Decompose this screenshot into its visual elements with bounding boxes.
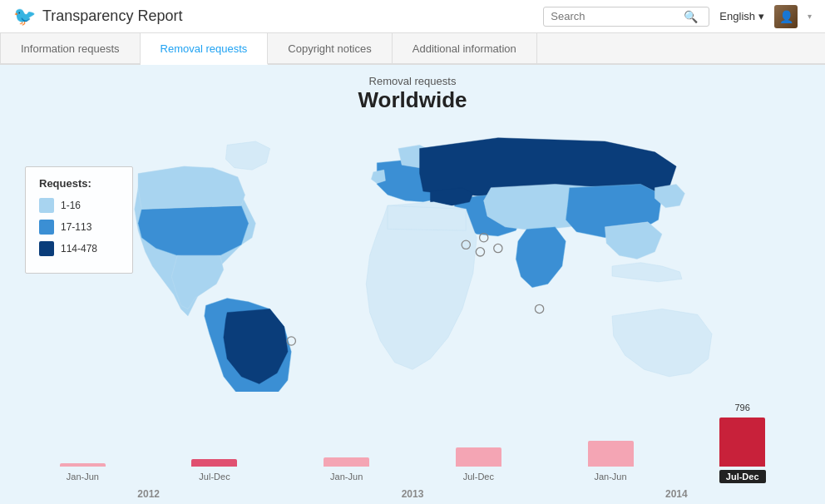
bar-wrapper xyxy=(412,400,545,467)
legend-label-low: 1-16 xyxy=(61,200,81,211)
bar-value-label: 796 xyxy=(734,403,749,413)
period-cell[interactable]: Jan-Jun xyxy=(17,468,149,483)
chart-section: 796 Jan-JunJul-DecJan-JunJul-DecJan-JunJ… xyxy=(0,392,825,504)
chart-bar[interactable] xyxy=(456,447,501,467)
avatar-icon: 👤 xyxy=(779,10,793,23)
bar-wrapper: 796 xyxy=(676,400,808,467)
period-cell[interactable]: Jan-Jun xyxy=(280,468,412,483)
user-avatar[interactable]: 👤 xyxy=(774,5,798,28)
legend-label-mid: 17-113 xyxy=(61,221,91,233)
period-cell[interactable]: Jul-Dec xyxy=(149,468,281,483)
legend-title: Requests: xyxy=(39,177,119,190)
chart-bar[interactable] xyxy=(324,457,369,467)
language-selector[interactable]: English ▾ xyxy=(719,10,764,22)
period-label: Jan-Jun xyxy=(594,472,626,482)
period-label: Jul-Dec xyxy=(199,472,230,482)
chart-group[interactable] xyxy=(149,400,281,467)
twitter-icon: 🐦 xyxy=(13,6,36,27)
map-subtitle: Removal requests xyxy=(0,75,825,87)
period-cell[interactable]: Jul-Dec xyxy=(412,468,545,483)
chart-group[interactable] xyxy=(412,400,545,467)
year-label: 2012 xyxy=(137,488,160,500)
chart-group[interactable]: 796 xyxy=(676,400,808,467)
search-box[interactable]: 🔍 xyxy=(543,7,709,27)
logo-area: 🐦 Transparency Report xyxy=(13,6,543,27)
site-title: Transparency Report xyxy=(42,7,182,25)
legend-swatch-low xyxy=(39,198,54,213)
bar-wrapper xyxy=(149,400,281,467)
legend-label-high: 114-478 xyxy=(61,243,97,254)
tab-information-requests[interactable]: Information requests xyxy=(0,33,141,63)
year-label: 2013 xyxy=(402,488,424,500)
bar-wrapper xyxy=(280,400,412,467)
user-menu-icon[interactable]: ▾ xyxy=(808,12,812,21)
tab-copyright-notices[interactable]: Copyright notices xyxy=(268,33,392,63)
map-legend: Requests: 1-16 17-113 114-478 xyxy=(25,166,133,274)
bar-wrapper xyxy=(545,400,677,467)
legend-item-low: 1-16 xyxy=(39,198,119,213)
period-label: Jan-Jun xyxy=(67,472,99,482)
chevron-down-icon: ▾ xyxy=(758,10,764,22)
chart-labels: Jan-JunJul-DecJan-JunJul-DecJan-JunJul-D… xyxy=(0,467,825,504)
chart-group[interactable] xyxy=(545,400,677,467)
year-cell: 2012 xyxy=(17,486,280,501)
chart-bar[interactable]: 796 xyxy=(719,418,765,467)
year-cell: 2014 xyxy=(545,486,808,501)
map-title: Worldwide xyxy=(0,87,825,113)
period-label: Jul-Dec xyxy=(463,472,494,482)
chart-bar[interactable] xyxy=(588,441,634,467)
period-label: Jan-Jun xyxy=(330,472,363,482)
legend-item-high: 114-478 xyxy=(39,241,119,256)
period-label: Jul-Dec xyxy=(719,470,766,483)
legend-swatch-high xyxy=(39,241,54,256)
legend-swatch-mid xyxy=(39,220,54,235)
language-label: English xyxy=(719,10,755,22)
year-label: 2014 xyxy=(665,488,688,500)
chart-group[interactable] xyxy=(17,400,149,467)
tab-removal-requests[interactable]: Removal requests xyxy=(141,33,269,65)
year-cell: 2013 xyxy=(280,486,544,501)
header-right: 🔍 English ▾ 👤 ▾ xyxy=(543,5,812,28)
chart-bars-area: 796 xyxy=(0,392,825,467)
period-cell[interactable]: Jul-Dec xyxy=(676,468,808,483)
legend-item-mid: 17-113 xyxy=(39,220,119,235)
nav-tabs: Information requests Removal requests Co… xyxy=(0,33,825,65)
period-cell[interactable]: Jan-Jun xyxy=(545,468,677,483)
chart-group[interactable] xyxy=(280,400,412,467)
bar-wrapper xyxy=(17,400,149,467)
map-title-area: Removal requests Worldwide xyxy=(0,65,825,116)
chart-bar[interactable] xyxy=(60,463,106,467)
search-icon: 🔍 xyxy=(684,10,698,23)
map-container: Requests: 1-16 17-113 114-478 xyxy=(0,116,825,416)
header: 🐦 Transparency Report 🔍 English ▾ 👤 ▾ xyxy=(0,0,825,33)
main-content: Removal requests Worldwide xyxy=(0,65,825,504)
chart-bar[interactable] xyxy=(191,459,237,467)
search-input[interactable] xyxy=(551,10,684,22)
tab-additional-information[interactable]: Additional information xyxy=(393,33,537,63)
